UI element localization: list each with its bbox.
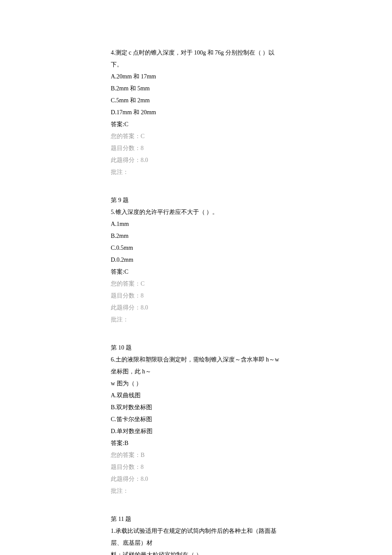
correct-answer: 答案:B	[111, 437, 281, 449]
correct-answer: 答案:C	[111, 266, 281, 278]
question-score: 题目分数：8	[111, 142, 281, 154]
option-a: A.1mm	[111, 218, 281, 230]
question-10-block: 第 10 题 6.土的液限和塑限联合测定时，需绘制锥入深度～含水率即 h～w 坐…	[111, 342, 281, 497]
question-stem-line2: 料；试样的最大粒径宜控制在（ ）。	[111, 549, 281, 555]
question-heading: 第 10 题	[111, 342, 281, 354]
question-stem: 5.锥入深度的允许平行差应不大于（ ）。	[111, 206, 281, 218]
option-b: B.2mm	[111, 230, 281, 242]
your-answer: 您的答案：C	[111, 278, 281, 290]
option-d: D.17mm 和 20mm	[111, 107, 281, 119]
your-answer: 您的答案：B	[111, 449, 281, 461]
question-9-block: 第 9 题 5.锥入深度的允许平行差应不大于（ ）。 A.1mm B.2mm C…	[111, 194, 281, 326]
obtained-score: 此题得分：8.0	[111, 302, 281, 314]
question-8-block: 4.测定 c 点时的锥入深度，对于 100g 和 76g 分别控制在（ ）以下。…	[111, 47, 281, 178]
question-score: 题目分数：8	[111, 461, 281, 473]
obtained-score: 此题得分：8.0	[111, 473, 281, 485]
option-c: C.笛卡尔坐标图	[111, 413, 281, 425]
option-c: C.0.5mm	[111, 242, 281, 254]
option-d: D.0.2mm	[111, 254, 281, 266]
question-stem-line2: w 图为（ ）	[111, 378, 281, 390]
question-stem-line1: 6.土的液限和塑限联合测定时，需绘制锥入深度～含水率即 h～w 坐标图，此 h～	[111, 354, 281, 378]
question-score: 题目分数：8	[111, 290, 281, 302]
option-b: B.双对数坐标图	[111, 402, 281, 413]
option-c: C.5mm 和 2mm	[111, 95, 281, 107]
comment-label: 批注：	[111, 314, 281, 326]
question-heading: 第 11 题	[111, 513, 281, 525]
correct-answer: 答案:C	[111, 119, 281, 130]
question-stem-line1: 1.承载比试验适用于在规定的试筒内制件后的各种土和（路面基层、底基层）材	[111, 525, 281, 549]
question-11-block: 第 11 题 1.承载比试验适用于在规定的试筒内制件后的各种土和（路面基层、底基…	[111, 513, 281, 555]
option-d: D.单对数坐标图	[111, 425, 281, 437]
question-heading: 第 9 题	[111, 194, 281, 206]
obtained-score: 此题得分：8.0	[111, 154, 281, 166]
question-stem: 4.测定 c 点时的锥入深度，对于 100g 和 76g 分别控制在（ ）以下。	[111, 47, 281, 71]
comment-label: 批注：	[111, 485, 281, 497]
option-a: A.双曲线图	[111, 390, 281, 402]
comment-label: 批注：	[111, 166, 281, 178]
your-answer: 您的答案：C	[111, 130, 281, 142]
document-page: 4.测定 c 点时的锥入深度，对于 100g 和 76g 分别控制在（ ）以下。…	[0, 0, 392, 555]
option-b: B.2mm 和 5mm	[111, 83, 281, 95]
option-a: A.20mm 和 17mm	[111, 71, 281, 83]
